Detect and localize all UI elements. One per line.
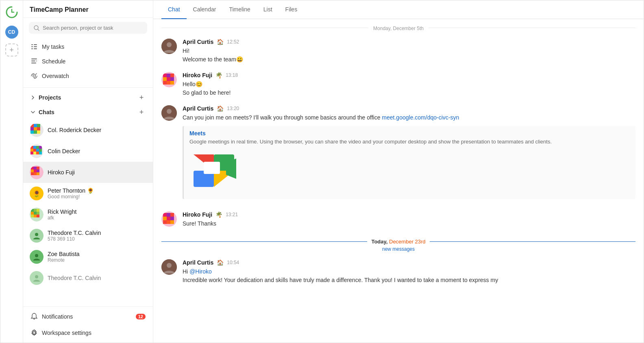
chat-name: Peter Thornton 🌻 [48, 187, 146, 194]
projects-label: Projects [39, 94, 61, 101]
chat-name: Zoe Bautista [48, 251, 146, 257]
message-time: 13:20 [227, 106, 239, 111]
list-item[interactable]: Zoe Bautista Remote [23, 246, 153, 267]
svg-rect-89 [170, 217, 174, 220]
message-text: Welcome to the team😀 [183, 55, 635, 64]
sender-name: Hiroko Fuji [183, 72, 212, 78]
svg-rect-16 [30, 124, 34, 127]
list-item[interactable]: Theodore T.C. Calvin [23, 267, 153, 289]
schedule-label: Schedule [42, 58, 65, 65]
tasks-icon [30, 43, 38, 50]
list-item[interactable]: Rick Wright afk [23, 204, 153, 225]
chats-label: Chats [39, 109, 54, 115]
chats-section-header[interactable]: Chats + [23, 105, 153, 119]
chat-info: Peter Thornton 🌻 Good morning! [48, 187, 146, 200]
svg-point-62 [33, 332, 35, 334]
tab-chat[interactable]: Chat [161, 0, 187, 19]
projects-section-header[interactable]: Projects + [23, 90, 153, 105]
svg-rect-92 [170, 220, 174, 224]
avatar [30, 229, 44, 243]
meet-link[interactable]: meet.google.com/dqo-civc-syn [382, 114, 459, 121]
svg-rect-27 [33, 146, 36, 149]
svg-rect-41 [37, 167, 39, 169]
svg-rect-4 [31, 46, 33, 47]
my-tasks-label: My tasks [42, 43, 64, 50]
svg-rect-19 [30, 127, 34, 130]
app-logo[interactable] [5, 5, 19, 21]
list-item[interactable]: Colin Decker [23, 141, 153, 162]
sidebar-item-overwatch[interactable]: Overwatch [23, 69, 153, 83]
message-header: April Curtis 🏠 12:52 [183, 39, 635, 45]
svg-rect-5 [31, 48, 33, 49]
add-project-button[interactable]: + [137, 93, 146, 102]
tab-files[interactable]: Files [279, 0, 304, 19]
message-time: 10:54 [227, 260, 239, 265]
chat-status: afk [48, 215, 146, 221]
avatar [30, 271, 44, 285]
chat-area[interactable]: Monday, December 5th April Curtis 🏠 12:5… [153, 19, 644, 343]
mention-link[interactable]: @Hiroko [189, 268, 212, 275]
sender-name: April Curtis [183, 259, 213, 266]
add-workspace-button[interactable]: + [5, 43, 18, 56]
sender-emoji: 🏠 [217, 259, 224, 266]
chat-status: Remote [48, 257, 146, 263]
message-header: Hiroko Fuji 🌴 13:18 [183, 72, 635, 78]
svg-rect-67 [167, 74, 170, 77]
svg-rect-43 [34, 169, 37, 172]
workspace-settings-item[interactable]: Workspace settings [23, 325, 153, 341]
svg-rect-85 [167, 213, 170, 217]
main-content: Chat Calendar Timeline List Files Monday… [153, 0, 644, 343]
avatar [161, 72, 177, 87]
search-bar[interactable] [29, 22, 147, 34]
workspace-settings-label: Workspace settings [42, 330, 91, 336]
list-item[interactable]: 🌻 Peter Thornton 🌻 Good morning! [23, 183, 153, 204]
sidebar-nav: My tasks Schedule Overwatch [23, 38, 153, 85]
message-content: Hiroko Fuji 🌴 13:21 Sure! Thanks [183, 211, 635, 228]
svg-rect-26 [30, 146, 33, 149]
svg-point-13 [33, 75, 35, 77]
avatar [161, 259, 177, 275]
avatar [161, 39, 177, 54]
list-item[interactable]: Theodore T.C. Calvin 578 369 110 [23, 225, 153, 246]
svg-rect-47 [37, 172, 39, 175]
sidebar-item-schedule[interactable]: Schedule [23, 54, 153, 69]
tab-calendar[interactable]: Calendar [187, 0, 223, 19]
search-input[interactable] [43, 25, 142, 31]
svg-point-76 [167, 109, 172, 114]
svg-rect-8 [34, 48, 37, 49]
message-text: Hello😊 [183, 80, 635, 89]
tab-list[interactable]: List [257, 0, 279, 19]
svg-rect-39 [31, 167, 34, 169]
preview-title: Meets [189, 130, 630, 137]
svg-rect-55 [31, 215, 34, 217]
message-header: April Curtis 🏠 13:20 [183, 105, 635, 112]
svg-rect-35 [33, 152, 36, 154]
svg-rect-46 [34, 172, 37, 175]
svg-rect-22 [30, 130, 34, 134]
svg-rect-84 [163, 213, 167, 217]
message-header: April Curtis 🏠 10:54 [183, 259, 635, 266]
svg-line-2 [38, 29, 39, 30]
today-divider: Today, December 23rd [153, 232, 644, 251]
message-content: Hiroko Fuji 🌴 13:18 Hello😊 So glad to be… [183, 72, 635, 97]
svg-rect-91 [167, 220, 170, 224]
nav-divider [23, 87, 153, 88]
add-chat-button[interactable]: + [137, 108, 146, 116]
svg-point-94 [167, 263, 172, 268]
chat-name: Theodore T.C. Calvin [48, 230, 146, 236]
sidebar-item-my-tasks[interactable]: My tasks [23, 39, 153, 54]
notifications-item[interactable]: Notifications 12 [23, 308, 153, 325]
svg-rect-53 [34, 212, 37, 215]
list-item[interactable]: Hiroko Fuji [23, 162, 153, 183]
chat-name: Rick Wright [48, 208, 146, 215]
message-group: Hiroko Fuji 🌴 13:18 Hello😊 So glad to be… [153, 68, 644, 101]
list-item[interactable]: Col. Roderick Decker [23, 119, 153, 141]
svg-rect-86 [170, 213, 174, 217]
avatar [161, 105, 177, 121]
message-text: Incredible work! Your dedication and ski… [183, 276, 635, 284]
sender-name: Hiroko Fuji [183, 211, 212, 218]
tab-timeline[interactable]: Timeline [222, 0, 257, 19]
svg-point-58 [35, 233, 38, 236]
svg-rect-44 [37, 169, 39, 172]
user-avatar[interactable]: CD [5, 26, 18, 39]
